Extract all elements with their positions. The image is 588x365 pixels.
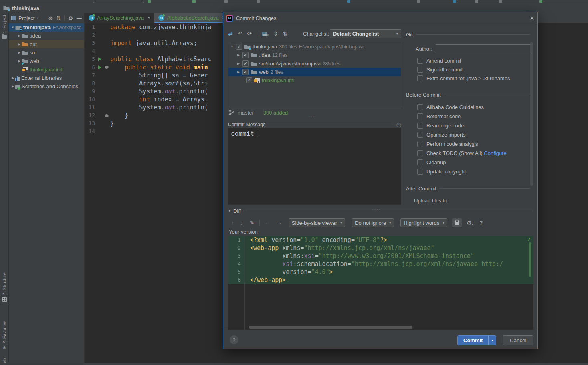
cancel-button[interactable]: Cancel: [503, 335, 533, 345]
help-button[interactable]: ?: [230, 335, 238, 344]
diff-scrollbar-horizontal[interactable]: [249, 326, 412, 329]
hide-panel-icon[interactable]: —: [77, 15, 82, 21]
group-by-icon[interactable]: ▦▾: [262, 30, 269, 37]
highlight-mode-select[interactable]: Highlight words▾: [400, 218, 447, 227]
expand-all-icon[interactable]: ⇕: [273, 30, 278, 37]
run-class-icon[interactable]: [98, 57, 101, 61]
diff-section-header[interactable]: ▼ Diff: [228, 208, 533, 214]
signoff-commit-checkbox[interactable]: Sign-off commit: [417, 65, 530, 73]
reformat-code-checkbox[interactable]: Reformat code: [417, 112, 530, 120]
checkbox[interactable]: [417, 159, 423, 165]
refresh-icon[interactable]: ⟳: [247, 30, 252, 37]
configure-link[interactable]: Configure: [484, 150, 506, 156]
checkbox[interactable]: [417, 132, 423, 138]
tree-row-scratches[interactable]: ▶ Scratches and Consoles: [9, 82, 84, 91]
breadcrumb-project[interactable]: thinkinjava: [12, 5, 39, 11]
next-file-icon[interactable]: →: [277, 220, 282, 226]
alibaba-guidelines-checkbox[interactable]: Alibaba Code Guidelines: [417, 103, 530, 111]
locate-icon[interactable]: ⊕: [48, 15, 53, 21]
project-panel-title[interactable]: Project: [18, 15, 34, 21]
checkbox[interactable]: [417, 123, 423, 129]
checkbox[interactable]: [417, 67, 423, 73]
update-copyright-checkbox[interactable]: Update copyright: [417, 167, 530, 175]
diff-editor[interactable]: 1<?xml version="1.0" encoding="UTF-8"?> …: [228, 236, 533, 330]
tree-row-iml[interactable]: thinkinjava.iml: [9, 65, 84, 74]
fold-marker-icon[interactable]: [105, 66, 109, 69]
chevron-right-icon[interactable]: ▶: [236, 53, 240, 57]
author-input[interactable]: [436, 44, 530, 53]
checkbox[interactable]: [417, 150, 423, 156]
chevron-right-icon[interactable]: ▶: [10, 85, 15, 88]
checkbox[interactable]: [417, 104, 423, 110]
checkbox[interactable]: ✓: [236, 44, 242, 50]
check-todo-checkbox[interactable]: Check TODO (Show All) Configure: [417, 149, 530, 157]
checkbox[interactable]: [417, 141, 423, 147]
tab-arraysearching[interactable]: C ArraySearching.java ✕: [85, 13, 154, 23]
tree-row-thinkinjava[interactable]: ▼ thinkinjava F:\workspace: [9, 23, 84, 32]
collapse-all-icon[interactable]: ⇅: [56, 15, 61, 21]
previous-change-icon[interactable]: ↑: [231, 220, 234, 226]
run-method-icon[interactable]: [98, 65, 101, 69]
show-diff-icon[interactable]: ⇄: [228, 30, 233, 37]
rearrange-code-checkbox[interactable]: Rearrange code: [417, 121, 530, 129]
diff-help-icon[interactable]: ?: [479, 220, 483, 226]
close-icon[interactable]: ✕: [147, 16, 150, 20]
cleanup-checkbox[interactable]: Cleanup: [417, 158, 530, 166]
checkbox[interactable]: [417, 169, 423, 175]
optimize-imports-checkbox[interactable]: Optimize imports: [417, 131, 530, 139]
code-analysis-checkbox[interactable]: Perform code analysis: [417, 140, 530, 148]
chevron-down-icon[interactable]: ▾: [489, 339, 496, 342]
tree-row-external-libraries[interactable]: ▶ External Libraries: [9, 74, 84, 82]
amend-commit-checkbox[interactable]: Amend commit: [417, 56, 530, 65]
collapse-all-icon[interactable]: ⇅: [283, 30, 288, 37]
diff-scrollbar-vertical[interactable]: [529, 242, 531, 277]
run-configuration-combo[interactable]: [93, 0, 144, 3]
options-scrollbar[interactable]: [530, 42, 533, 186]
chevron-right-icon[interactable]: ▶: [10, 76, 15, 80]
tree-row-src[interactable]: ▶ src: [9, 48, 84, 57]
file-row-root[interactable]: ▼ ✓ thinkinjava 300 files F:\workspace\a…: [228, 42, 401, 51]
fold-end-marker-icon[interactable]: [105, 114, 109, 117]
chevron-right-icon[interactable]: ▶: [17, 59, 22, 63]
chevron-down-icon[interactable]: ▼: [228, 209, 231, 213]
history-icon[interactable]: ◷: [396, 121, 401, 128]
tree-row-out[interactable]: ▶ out: [9, 40, 84, 48]
file-row-idea[interactable]: ▶ ✓ .idea 12 files: [228, 51, 401, 59]
chevron-right-icon[interactable]: ▶: [17, 42, 22, 46]
rollback-icon[interactable]: ↶: [238, 30, 242, 37]
chevron-down-icon[interactable]: ▼: [10, 26, 15, 29]
previous-file-icon[interactable]: ←: [265, 220, 270, 226]
viewer-mode-select[interactable]: Side-by-side viewer▾: [289, 218, 345, 227]
tool-button-favorites[interactable]: 2: Favorites ★: [0, 321, 9, 349]
checkbox[interactable]: ✓: [242, 60, 249, 67]
chevron-right-icon[interactable]: ▶: [17, 34, 22, 38]
diff-settings-icon[interactable]: ⚙▾: [467, 220, 473, 226]
splitter-handle[interactable]: ·····: [307, 115, 316, 117]
tool-button-structure[interactable]: 7: Structure: [0, 272, 9, 302]
checkbox[interactable]: [417, 113, 423, 119]
tool-button-project[interactable]: 1: Project: [0, 15, 9, 39]
branch-name[interactable]: master: [238, 110, 254, 116]
checkbox[interactable]: [417, 58, 423, 64]
chevron-down-icon[interactable]: ▾: [37, 16, 38, 20]
tree-row-idea[interactable]: ▶ .idea: [9, 32, 84, 40]
commit-message-input[interactable]: commit: [228, 128, 401, 205]
commit-button[interactable]: Commit ▾: [457, 335, 496, 345]
checkbox[interactable]: ✓: [246, 77, 252, 83]
chevron-right-icon[interactable]: ▶: [236, 70, 240, 74]
whitespace-select[interactable]: Do not ignore▾: [352, 218, 394, 227]
tree-row-web[interactable]: ▶ web: [9, 57, 84, 65]
checkbox[interactable]: [417, 75, 423, 81]
file-row-web[interactable]: ▶ ✓ web 2 files: [228, 68, 401, 76]
extra-commit-checkbox[interactable]: Extra commit for .java > .kt renames: [417, 74, 530, 82]
chevron-down-icon[interactable]: ▼: [230, 45, 234, 48]
next-change-icon[interactable]: ↓: [240, 220, 243, 226]
file-row-iml[interactable]: ✓ thinkinjava.iml: [228, 76, 401, 85]
gear-icon[interactable]: ⚙: [68, 15, 73, 21]
chevron-right-icon[interactable]: ▶: [17, 51, 22, 54]
chevron-right-icon[interactable]: ▶: [236, 62, 240, 65]
checkbox[interactable]: ✓: [242, 69, 249, 75]
jump-to-source-icon[interactable]: ✎: [250, 220, 255, 226]
splitter-handle[interactable]: ·····: [372, 208, 380, 211]
disable-editing-toggle[interactable]: [452, 218, 462, 227]
